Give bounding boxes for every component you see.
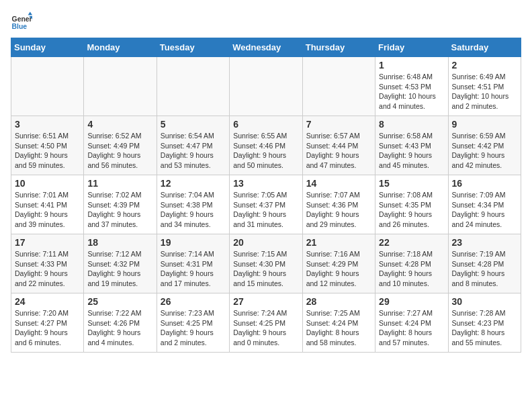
day-info: Sunrise: 7:24 AM Sunset: 4:25 PM Dayligh… — [233, 308, 298, 348]
day-info: Sunrise: 7:12 AM Sunset: 4:32 PM Dayligh… — [87, 249, 152, 289]
header-wednesday: Wednesday — [230, 38, 302, 57]
day-number: 11 — [87, 178, 152, 189]
day-cell: 4Sunrise: 6:52 AM Sunset: 4:49 PM Daylig… — [84, 116, 157, 175]
day-number: 1 — [379, 60, 444, 71]
day-cell: 20Sunrise: 7:15 AM Sunset: 4:30 PM Dayli… — [230, 234, 302, 293]
day-info: Sunrise: 7:07 AM Sunset: 4:36 PM Dayligh… — [306, 190, 371, 230]
week-row-1: 1Sunrise: 6:48 AM Sunset: 4:53 PM Daylig… — [11, 57, 521, 116]
day-cell: 21Sunrise: 7:16 AM Sunset: 4:29 PM Dayli… — [302, 234, 375, 293]
day-info: Sunrise: 7:11 AM Sunset: 4:33 PM Dayligh… — [15, 249, 80, 289]
day-cell: 30Sunrise: 7:28 AM Sunset: 4:23 PM Dayli… — [448, 293, 521, 353]
header-friday: Friday — [375, 38, 448, 57]
day-number: 25 — [87, 296, 152, 307]
day-number: 16 — [452, 178, 517, 189]
week-row-4: 17Sunrise: 7:11 AM Sunset: 4:33 PM Dayli… — [11, 234, 521, 293]
day-cell: 22Sunrise: 7:18 AM Sunset: 4:28 PM Dayli… — [375, 234, 448, 293]
day-number: 4 — [87, 119, 152, 130]
day-cell: 12Sunrise: 7:04 AM Sunset: 4:38 PM Dayli… — [157, 175, 229, 234]
logo: General Blue — [11, 11, 32, 32]
day-cell: 27Sunrise: 7:24 AM Sunset: 4:25 PM Dayli… — [230, 293, 302, 353]
day-cell: 14Sunrise: 7:07 AM Sunset: 4:36 PM Dayli… — [302, 175, 375, 234]
day-cell: 18Sunrise: 7:12 AM Sunset: 4:32 PM Dayli… — [84, 234, 157, 293]
day-cell: 25Sunrise: 7:22 AM Sunset: 4:26 PM Dayli… — [84, 293, 157, 353]
day-number: 3 — [15, 119, 80, 130]
day-cell: 24Sunrise: 7:20 AM Sunset: 4:27 PM Dayli… — [11, 293, 84, 353]
day-number: 20 — [233, 237, 298, 248]
day-number: 18 — [87, 237, 152, 248]
calendar-table: SundayMondayTuesdayWednesdayThursdayFrid… — [11, 38, 521, 353]
day-cell: 19Sunrise: 7:14 AM Sunset: 4:31 PM Dayli… — [157, 234, 229, 293]
day-info: Sunrise: 6:55 AM Sunset: 4:46 PM Dayligh… — [233, 131, 298, 171]
day-number: 30 — [452, 296, 517, 307]
day-cell — [11, 57, 84, 116]
day-info: Sunrise: 6:51 AM Sunset: 4:50 PM Dayligh… — [15, 131, 80, 171]
day-info: Sunrise: 7:04 AM Sunset: 4:38 PM Dayligh… — [161, 190, 226, 230]
day-number: 15 — [379, 178, 444, 189]
day-info: Sunrise: 7:09 AM Sunset: 4:34 PM Dayligh… — [452, 190, 517, 230]
week-row-5: 24Sunrise: 7:20 AM Sunset: 4:27 PM Dayli… — [11, 293, 521, 353]
day-number: 22 — [379, 237, 444, 248]
day-info: Sunrise: 6:59 AM Sunset: 4:42 PM Dayligh… — [452, 131, 517, 171]
day-info: Sunrise: 7:23 AM Sunset: 4:25 PM Dayligh… — [161, 308, 226, 348]
day-cell — [302, 57, 375, 116]
day-number: 21 — [306, 237, 371, 248]
day-info: Sunrise: 7:16 AM Sunset: 4:29 PM Dayligh… — [306, 249, 371, 289]
day-cell: 7Sunrise: 6:57 AM Sunset: 4:44 PM Daylig… — [302, 116, 375, 175]
day-cell: 29Sunrise: 7:27 AM Sunset: 4:24 PM Dayli… — [375, 293, 448, 353]
day-cell: 1Sunrise: 6:48 AM Sunset: 4:53 PM Daylig… — [375, 57, 448, 116]
day-number: 23 — [452, 237, 517, 248]
day-number: 28 — [306, 296, 371, 307]
day-info: Sunrise: 7:22 AM Sunset: 4:26 PM Dayligh… — [87, 308, 152, 348]
day-info: Sunrise: 7:14 AM Sunset: 4:31 PM Dayligh… — [161, 249, 226, 289]
day-info: Sunrise: 7:01 AM Sunset: 4:41 PM Dayligh… — [15, 190, 80, 230]
day-number: 7 — [306, 119, 371, 130]
day-number: 27 — [233, 296, 298, 307]
day-cell: 8Sunrise: 6:58 AM Sunset: 4:43 PM Daylig… — [375, 116, 448, 175]
svg-text:Blue: Blue — [12, 23, 28, 30]
day-cell: 26Sunrise: 7:23 AM Sunset: 4:25 PM Dayli… — [157, 293, 229, 353]
day-cell: 17Sunrise: 7:11 AM Sunset: 4:33 PM Dayli… — [11, 234, 84, 293]
day-info: Sunrise: 6:48 AM Sunset: 4:53 PM Dayligh… — [379, 72, 444, 111]
day-cell: 23Sunrise: 7:19 AM Sunset: 4:28 PM Dayli… — [448, 234, 521, 293]
day-info: Sunrise: 7:08 AM Sunset: 4:35 PM Dayligh… — [379, 190, 444, 230]
day-cell: 3Sunrise: 6:51 AM Sunset: 4:50 PM Daylig… — [11, 116, 84, 175]
day-info: Sunrise: 7:27 AM Sunset: 4:24 PM Dayligh… — [379, 308, 444, 348]
calendar-header: SundayMondayTuesdayWednesdayThursdayFrid… — [11, 38, 521, 57]
day-info: Sunrise: 7:25 AM Sunset: 4:24 PM Dayligh… — [306, 308, 371, 348]
day-cell: 6Sunrise: 6:55 AM Sunset: 4:46 PM Daylig… — [230, 116, 302, 175]
day-cell: 28Sunrise: 7:25 AM Sunset: 4:24 PM Dayli… — [302, 293, 375, 353]
day-number: 19 — [161, 237, 226, 248]
day-info: Sunrise: 7:20 AM Sunset: 4:27 PM Dayligh… — [15, 308, 80, 348]
day-info: Sunrise: 6:57 AM Sunset: 4:44 PM Dayligh… — [306, 131, 371, 171]
svg-marker-2 — [28, 12, 32, 15]
day-info: Sunrise: 6:54 AM Sunset: 4:47 PM Dayligh… — [161, 131, 226, 171]
day-cell — [230, 57, 302, 116]
day-info: Sunrise: 6:49 AM Sunset: 4:51 PM Dayligh… — [452, 72, 517, 111]
day-info: Sunrise: 6:58 AM Sunset: 4:43 PM Dayligh… — [379, 131, 444, 171]
day-info: Sunrise: 7:18 AM Sunset: 4:28 PM Dayligh… — [379, 249, 444, 289]
day-number: 29 — [379, 296, 444, 307]
week-row-2: 3Sunrise: 6:51 AM Sunset: 4:50 PM Daylig… — [11, 116, 521, 175]
day-cell: 13Sunrise: 7:05 AM Sunset: 4:37 PM Dayli… — [230, 175, 302, 234]
day-cell: 5Sunrise: 6:54 AM Sunset: 4:47 PM Daylig… — [157, 116, 229, 175]
day-number: 2 — [452, 60, 517, 71]
day-number: 5 — [161, 119, 226, 130]
header-thursday: Thursday — [302, 38, 375, 57]
logo-icon: General Blue — [11, 11, 32, 32]
header-saturday: Saturday — [448, 38, 521, 57]
day-cell: 15Sunrise: 7:08 AM Sunset: 4:35 PM Dayli… — [375, 175, 448, 234]
day-number: 17 — [15, 237, 80, 248]
day-info: Sunrise: 7:02 AM Sunset: 4:39 PM Dayligh… — [87, 190, 152, 230]
day-number: 8 — [379, 119, 444, 130]
day-info: Sunrise: 7:15 AM Sunset: 4:30 PM Dayligh… — [233, 249, 298, 289]
day-number: 24 — [15, 296, 80, 307]
day-number: 14 — [306, 178, 371, 189]
day-cell: 10Sunrise: 7:01 AM Sunset: 4:41 PM Dayli… — [11, 175, 84, 234]
day-info: Sunrise: 7:05 AM Sunset: 4:37 PM Dayligh… — [233, 190, 298, 230]
day-number: 9 — [452, 119, 517, 130]
day-number: 10 — [15, 178, 80, 189]
day-number: 26 — [161, 296, 226, 307]
day-cell — [84, 57, 157, 116]
day-cell — [157, 57, 229, 116]
header-monday: Monday — [84, 38, 157, 57]
